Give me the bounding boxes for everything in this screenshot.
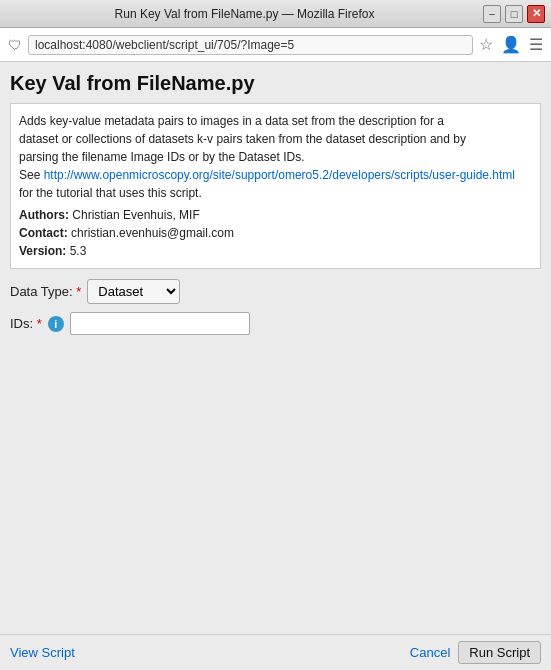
close-button[interactable]: ✕ — [527, 5, 545, 23]
guide-link[interactable]: http://www.openmicroscopy.org/site/suppo… — [44, 168, 515, 182]
url-input[interactable] — [28, 35, 473, 55]
content-area: Key Val from FileName.py Adds key-value … — [0, 62, 551, 634]
ids-input[interactable] — [70, 312, 250, 335]
page-title: Key Val from FileName.py — [10, 72, 541, 95]
maximize-button[interactable]: □ — [505, 5, 523, 23]
version-line: Version: 5.3 — [19, 242, 532, 260]
title-bar: Run Key Val from FileName.py — Mozilla F… — [0, 0, 551, 28]
contact-label: Contact: — [19, 226, 68, 240]
ids-label: IDs: * — [10, 316, 42, 331]
authors-label: Authors: — [19, 208, 69, 222]
data-type-label: Data Type: * — [10, 284, 81, 299]
data-type-row: Data Type: * Dataset Image — [10, 279, 541, 304]
person-icon[interactable]: 👤 — [501, 35, 521, 54]
address-bar: 🛡 ☆ 👤 ☰ — [0, 28, 551, 62]
data-type-select[interactable]: Dataset Image — [87, 279, 180, 304]
view-script-link[interactable]: View Script — [10, 645, 75, 660]
toolbar-icons: ☆ 👤 ☰ — [479, 35, 543, 54]
data-type-required: * — [76, 284, 81, 299]
ids-info-icon[interactable]: i — [48, 316, 64, 332]
run-script-button[interactable]: Run Script — [458, 641, 541, 664]
cancel-button[interactable]: Cancel — [410, 645, 450, 660]
footer-left: View Script — [10, 645, 75, 660]
version-value: 5.3 — [66, 244, 86, 258]
version-label: Version: — [19, 244, 66, 258]
minimize-button[interactable]: − — [483, 5, 501, 23]
menu-icon[interactable]: ☰ — [529, 35, 543, 54]
ids-row: IDs: * i — [10, 312, 541, 335]
description-text: Adds key-value metadata pairs to images … — [19, 112, 532, 202]
footer: View Script Cancel Run Script — [0, 634, 551, 670]
shield-icon: 🛡 — [8, 37, 22, 53]
footer-right: Cancel Run Script — [410, 641, 541, 664]
ids-required: * — [37, 316, 42, 331]
star-icon[interactable]: ☆ — [479, 35, 493, 54]
contact-value: christian.evenhuis@gmail.com — [68, 226, 234, 240]
authors-line: Authors: Christian Evenhuis, MIF — [19, 206, 532, 224]
content-spacer — [10, 343, 541, 634]
window-title: Run Key Val from FileName.py — Mozilla F… — [6, 7, 483, 21]
authors-value: Christian Evenhuis, MIF — [69, 208, 200, 222]
window-action-buttons[interactable]: − □ ✕ — [483, 5, 545, 23]
contact-line: Contact: christian.evenhuis@gmail.com — [19, 224, 532, 242]
description-box: Adds key-value metadata pairs to images … — [10, 103, 541, 269]
